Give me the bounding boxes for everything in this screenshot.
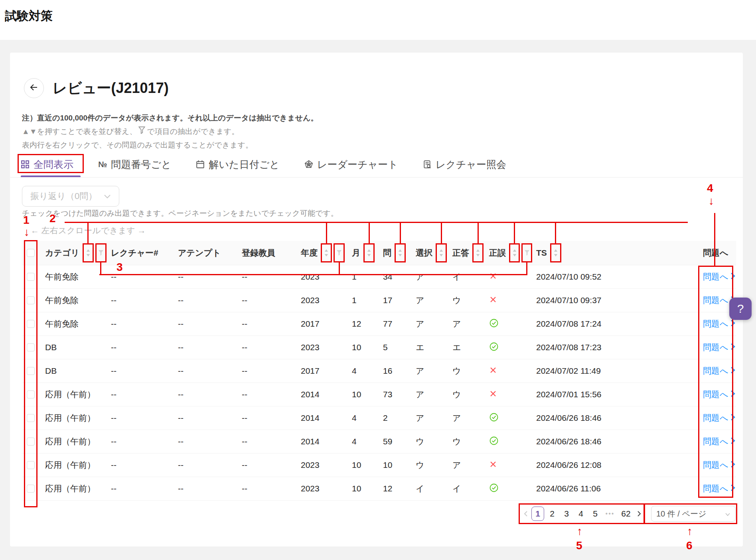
go-to-question-link[interactable]: 問題へ	[703, 412, 736, 424]
cell-ts: 2024/07/10 09:37	[532, 296, 699, 305]
row-checkbox[interactable]	[27, 273, 35, 281]
go-to-question-link[interactable]: 問題へ	[703, 271, 736, 282]
row-checkbox[interactable]	[27, 438, 35, 446]
tab-3[interactable]: 解いた日付ごと	[196, 158, 279, 171]
go-to-question-label: 問題へ	[703, 365, 728, 377]
table-row[interactable]: 応用（午前）------201442アア2024/06/26 18:46問題へ	[22, 406, 736, 430]
cell-q: 77	[379, 319, 412, 329]
cell-choice: ア	[412, 365, 448, 377]
tab-4[interactable]: レーダーチャート	[304, 158, 398, 171]
row-checkbox[interactable]	[27, 320, 35, 328]
column-label-q: 問	[383, 247, 391, 258]
go-to-question-link[interactable]: 問題へ	[703, 365, 736, 377]
sort-icon-ts[interactable]	[550, 243, 561, 262]
cell-q: 73	[379, 390, 412, 399]
pagination-next-button[interactable]	[635, 511, 643, 517]
filter-icon-category[interactable]	[95, 243, 107, 262]
pagination-prev-button[interactable]	[522, 511, 530, 517]
pagination-page-3[interactable]: 3	[560, 507, 573, 521]
row-checkbox[interactable]	[27, 461, 35, 469]
cell-lecture: --	[107, 390, 174, 399]
table-row[interactable]: 午前免除------20171277アア2024/07/08 17:24問題へ	[22, 312, 736, 336]
cell-result	[485, 342, 532, 353]
row-checkbox[interactable]	[27, 367, 35, 375]
row-checkbox[interactable]	[27, 343, 35, 351]
cell-month: 1	[348, 296, 379, 305]
go-to-question-label: 問題へ	[703, 389, 728, 400]
cell-year: 2023	[297, 460, 348, 470]
page-size-select[interactable]: 10 件 / ページ	[651, 506, 736, 522]
cell-lecture: --	[107, 319, 174, 329]
tab-2[interactable]: №問題番号ごと	[98, 158, 171, 171]
back-button[interactable]	[24, 78, 44, 98]
cell-choice: ア	[412, 318, 448, 329]
cell-ts: 2024/07/08 17:23	[532, 343, 699, 352]
filter-icon-result[interactable]	[521, 243, 532, 262]
column-label-month: 月	[352, 247, 360, 258]
cell-q: 2	[379, 413, 412, 423]
cell-attempt: --	[174, 413, 238, 423]
cell-lecture: --	[107, 437, 174, 446]
cell-teacher: --	[238, 484, 297, 493]
page-title: 試験対策	[5, 8, 53, 24]
tab-label: 全問表示	[34, 158, 73, 171]
cell-choice: ウ	[412, 459, 448, 471]
cell-answer: ア	[448, 318, 485, 329]
cell-attempt: --	[174, 390, 238, 399]
cell-link: 問題へ	[699, 318, 736, 329]
column-label-year: 年度	[301, 247, 318, 258]
pagination-ellipsis[interactable]: •••	[603, 510, 617, 517]
table-row[interactable]: DB------2017416アウ2024/07/02 11:49問題へ	[22, 359, 736, 383]
table-row[interactable]: 午前免除------2023134アイ2024/07/10 09:52問題へ	[22, 265, 736, 289]
cell-category: 応用（午前）	[41, 412, 107, 424]
chevron-right-icon	[730, 460, 736, 470]
sort-icon-choice[interactable]	[436, 243, 447, 262]
cell-result	[485, 436, 532, 448]
cell-result	[485, 272, 532, 282]
go-to-question-link[interactable]: 問題へ	[703, 459, 736, 471]
sort-icon-answer[interactable]	[472, 243, 484, 262]
cell-year: 2017	[297, 366, 348, 376]
sort-icon-q[interactable]	[395, 243, 406, 262]
tab-1-active[interactable]: 全問表示	[21, 158, 73, 171]
sort-icon-month[interactable]	[363, 243, 375, 262]
sort-icon-year[interactable]	[321, 243, 332, 262]
table-row[interactable]: 応用（午前）------20231010ウア2024/06/26 12:08問題…	[22, 454, 736, 477]
go-to-question-link[interactable]: 問題へ	[703, 389, 736, 400]
table-row[interactable]: 応用（午前）------20231012イイ2024/06/26 11:06問題…	[22, 477, 736, 501]
cell-category: 午前免除	[41, 271, 107, 282]
help-button[interactable]: ?	[729, 298, 752, 320]
column-label-link: 問題へ	[703, 247, 728, 258]
pagination-page-2[interactable]: 2	[546, 507, 559, 521]
go-to-question-link[interactable]: 問題へ	[703, 436, 736, 447]
sort-icon-result[interactable]	[509, 243, 520, 262]
table-row[interactable]: DB------2023105エエ2024/07/08 17:23問題へ	[22, 336, 736, 359]
cell-year: 2014	[297, 390, 348, 399]
select-all-checkbox[interactable]	[27, 249, 35, 257]
sort-icon-category[interactable]	[83, 243, 94, 262]
pagination-page-62[interactable]: 62	[618, 507, 634, 521]
tab-5[interactable]: レクチャー照会	[423, 158, 506, 171]
table-row[interactable]: 応用（午前）------2014459ウウ2024/06/26 18:46問題へ	[22, 430, 736, 454]
pagination-page-4[interactable]: 4	[574, 507, 587, 521]
table-row[interactable]: 応用（午前）------20141073アウ2024/07/01 15:56問題…	[22, 383, 736, 406]
row-checkbox[interactable]	[27, 485, 35, 493]
pagination-page-5[interactable]: 5	[589, 507, 602, 521]
cell-checkbox	[22, 296, 41, 304]
column-label-choice: 選択	[416, 247, 432, 258]
go-to-question-link[interactable]: 問題へ	[703, 318, 736, 329]
cell-answer: ウ	[448, 389, 485, 400]
go-to-question-link[interactable]: 問題へ	[703, 342, 736, 353]
cell-ts: 2024/07/02 11:49	[532, 366, 699, 376]
go-to-question-label: 問題へ	[703, 412, 728, 424]
cell-ts: 2024/06/26 18:46	[532, 413, 699, 423]
row-checkbox[interactable]	[27, 414, 35, 422]
column-header-attempt: アテンプト	[174, 247, 238, 258]
pagination-page-1[interactable]: 1	[531, 507, 544, 521]
filter-icon-year[interactable]	[334, 243, 345, 262]
go-to-question-link[interactable]: 問題へ	[703, 483, 736, 494]
row-checkbox[interactable]	[27, 296, 35, 304]
review-dropdown-button[interactable]: 振り返り（0問）	[22, 186, 119, 207]
row-checkbox[interactable]	[27, 390, 35, 398]
table-row[interactable]: 午前免除------2023117アウ2024/07/10 09:37問題へ	[22, 289, 736, 312]
